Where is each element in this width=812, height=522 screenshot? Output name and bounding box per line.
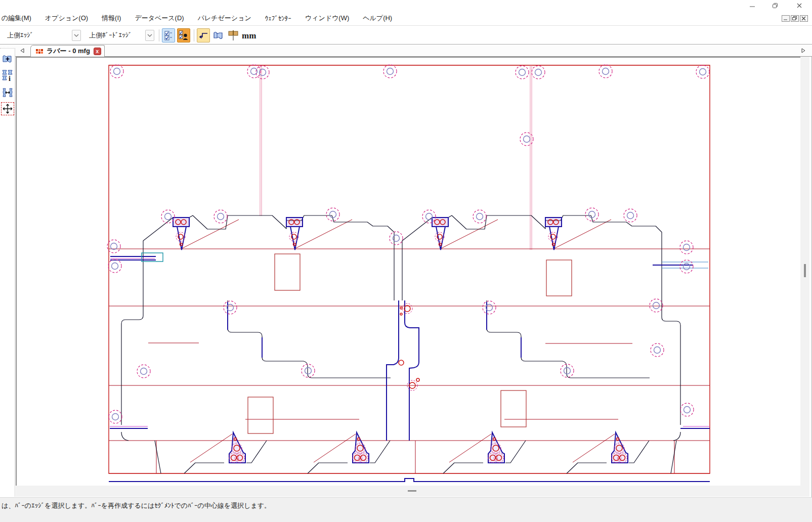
mfg-document-icon xyxy=(36,49,43,54)
board-distance-button[interactable] xyxy=(1,86,14,99)
board-outlines[interactable] xyxy=(121,215,680,473)
board-edge-selector-value: 上側ﾎﾞｰﾄﾞｴｯｼﾞ xyxy=(82,31,145,40)
mdi-close-button[interactable] xyxy=(800,15,808,22)
menu-options[interactable]: オプション(O) xyxy=(45,12,88,25)
panel-boards-button[interactable] xyxy=(212,28,225,42)
status-message: は、ﾊﾞｰのｴｯｼﾞを選択します。ﾊﾞｰを再作成するにはｾｸﾞﾒﾝﾄでのﾊﾞｰの… xyxy=(2,501,271,510)
minimize-icon xyxy=(749,3,755,9)
tab-close-button[interactable]: x xyxy=(94,48,101,55)
panel-boards-icon xyxy=(213,31,224,40)
triangle-right-icon xyxy=(801,48,805,53)
tool-sidebar: i xyxy=(0,48,15,497)
svg-text:i: i xyxy=(9,75,11,81)
pan-tool-button[interactable] xyxy=(1,102,14,115)
drill-markers[interactable] xyxy=(176,220,627,463)
close-icon xyxy=(801,16,806,21)
document-tab-bar: ラバー - 0 mfg x xyxy=(0,45,812,57)
mdi-minimize-button[interactable] xyxy=(782,15,790,22)
pin-probe-icon xyxy=(228,30,239,41)
minimize-icon xyxy=(783,16,788,21)
title-bar xyxy=(0,0,812,11)
menu-info[interactable]: 情報(I) xyxy=(102,12,121,25)
zoom-to-board-icon xyxy=(2,54,13,64)
breakaway-tabs[interactable] xyxy=(173,218,628,463)
vertical-scrollbar-thumb[interactable] xyxy=(804,264,806,277)
pin-probe-button[interactable] xyxy=(227,28,240,42)
edge-selector-combobox[interactable]: 上側ｴｯｼﾞ xyxy=(0,29,81,42)
restore-icon xyxy=(792,16,797,21)
fiducial-holes[interactable] xyxy=(107,65,709,423)
vertical-scrollbar[interactable] xyxy=(800,57,809,486)
menu-edit[interactable]: の編集(M) xyxy=(2,12,31,25)
window-minimize-button[interactable] xyxy=(744,1,761,10)
board-distance-icon xyxy=(2,88,13,98)
zoom-to-board-button[interactable] xyxy=(1,53,14,66)
tab-rubber-mfg[interactable]: ラバー - 0 mfg x xyxy=(30,45,105,57)
menu-help[interactable]: ヘルプ(H) xyxy=(363,12,392,25)
board-info-button[interactable]: i xyxy=(1,69,14,82)
board-edge-selector-combobox[interactable]: 上側ﾎﾞｰﾄﾞｴｯｼﾞ xyxy=(82,29,154,42)
menu-bar: の編集(M) オプション(O) 情報(I) データベース(D) パレチゼーション… xyxy=(0,11,812,25)
menu-webcenter[interactable]: ｳｪﾌﾞｾﾝﾀｰ xyxy=(265,13,291,24)
menu-database[interactable]: データベース(D) xyxy=(135,12,184,25)
application-window: の編集(M) オプション(O) 情報(I) データベース(D) パレチゼーション… xyxy=(0,0,812,522)
check-list-icon xyxy=(164,30,173,40)
tab-scroll-left-button[interactable] xyxy=(18,47,26,55)
check-list-user-button[interactable] xyxy=(177,28,190,42)
toolbar-separator xyxy=(194,29,194,41)
triangle-left-icon xyxy=(20,48,24,53)
tab-label: ラバー - 0 mfg xyxy=(47,47,90,56)
tab-scroll-right-button[interactable] xyxy=(799,47,807,55)
board-info-icon: i xyxy=(2,69,13,81)
horizontal-scrollbar-thumb[interactable] xyxy=(408,490,416,492)
pan-move-icon xyxy=(3,104,13,114)
restore-icon xyxy=(772,3,778,9)
window-close-button[interactable] xyxy=(791,1,808,10)
cad-canvas[interactable] xyxy=(16,57,800,486)
mdi-window-controls xyxy=(782,15,808,22)
close-icon xyxy=(796,3,802,9)
window-restore-button[interactable] xyxy=(766,1,784,10)
toolbar-separator xyxy=(159,29,159,41)
chevron-down-icon[interactable] xyxy=(145,30,154,41)
panelization-drawing xyxy=(17,58,800,486)
check-list-user-icon xyxy=(179,30,189,40)
check-list-button[interactable] xyxy=(162,28,175,42)
chevron-down-icon[interactable] xyxy=(72,30,81,41)
menu-window[interactable]: ウィンドウ(W) xyxy=(305,12,349,25)
edge-selector-value: 上側ｴｯｼﾞ xyxy=(0,31,72,40)
mdi-restore-button[interactable] xyxy=(791,15,799,22)
status-bar: は、ﾊﾞｰのｴｯｼﾞを選択します。ﾊﾞｰを再作成するにはｾｸﾞﾒﾝﾄでのﾊﾞｰの… xyxy=(0,497,812,522)
horizontal-scrollbar[interactable] xyxy=(16,486,809,497)
reverse-arrow-icon xyxy=(198,32,208,39)
menu-palletization[interactable]: パレチゼーション xyxy=(198,12,251,25)
reverse-direction-button[interactable] xyxy=(197,28,210,42)
unit-label: mm xyxy=(242,31,256,41)
toolbar: 上側ｴｯｼﾞ 上側ﾎﾞｰﾄﾞｴｯｼﾞ xyxy=(0,25,812,45)
